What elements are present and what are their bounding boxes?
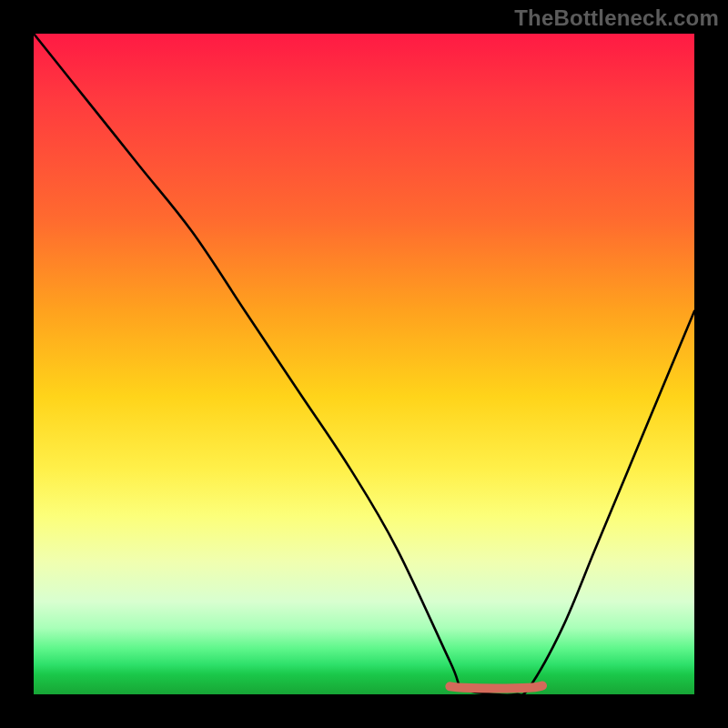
chart-svg (34, 34, 694, 694)
watermark-text: TheBottleneck.com (514, 5, 719, 31)
series-bottleneck-curve (34, 34, 694, 694)
series-flat-bottom-segment (450, 686, 542, 689)
chart-layer (34, 34, 694, 694)
chart-frame: TheBottleneck.com (0, 0, 728, 728)
plot-area (34, 34, 694, 694)
